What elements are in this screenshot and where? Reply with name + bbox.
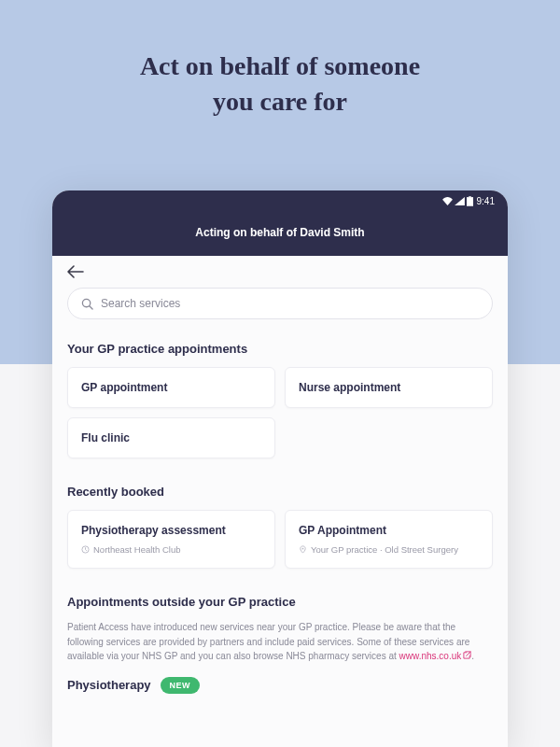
battery-icon — [467, 196, 473, 206]
back-button[interactable] — [67, 265, 84, 282]
app-header: Acting on behalf of David Smith — [52, 211, 508, 256]
external-link-icon — [463, 649, 471, 664]
status-bar: 9:41 — [52, 190, 508, 211]
header-title: Acting on behalf of David Smith — [195, 226, 364, 239]
svg-line-3 — [90, 305, 92, 308]
signal-icon — [455, 197, 465, 205]
outside-section-title: Appointments outside your GP practice — [67, 595, 493, 609]
svg-point-5 — [302, 548, 304, 550]
status-time: 9:41 — [477, 196, 495, 206]
svg-rect-1 — [469, 196, 471, 197]
search-text[interactable] — [101, 297, 479, 310]
device-frame: 9:41 Acting on behalf of David Smith — [52, 190, 508, 747]
search-input[interactable] — [67, 288, 493, 319]
gp-appointment-card[interactable]: GP appointment — [67, 367, 275, 408]
svg-rect-0 — [467, 197, 473, 206]
nurse-appointment-card[interactable]: Nurse appointment — [285, 367, 493, 408]
outside-description: Patient Access have introduced new servi… — [67, 620, 493, 664]
nhs-link[interactable]: www.nhs.co.uk — [399, 651, 472, 661]
physio-category-label: Physiotherapy — [67, 678, 151, 692]
recent-section-title: Recently booked — [67, 485, 493, 499]
recent-gp-card[interactable]: GP Appointment Your GP practice · Old St… — [285, 510, 493, 569]
clock-icon — [81, 545, 90, 554]
recent-physio-card[interactable]: Physiotherapy assessment Northeast Healt… — [67, 510, 275, 569]
gp-section-title: Your GP practice appointments — [67, 342, 493, 356]
pin-icon — [299, 545, 307, 554]
hero-title: Act on behalf of someone you care for — [0, 0, 560, 148]
flu-clinic-card[interactable]: Flu clinic — [67, 417, 275, 458]
search-icon — [81, 298, 93, 310]
new-badge: NEW — [161, 677, 201, 694]
wifi-icon — [442, 197, 453, 205]
